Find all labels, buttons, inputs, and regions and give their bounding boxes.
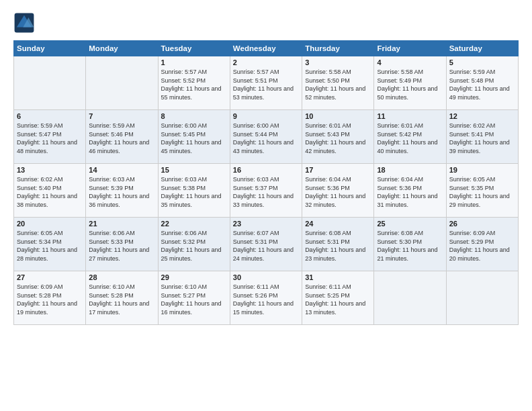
day-cell: 16Sunrise: 6:03 AM Sunset: 5:37 PM Dayli… (230, 164, 302, 218)
day-info: Sunrise: 6:06 AM Sunset: 5:32 PM Dayligh… (161, 229, 227, 263)
day-number: 15 (161, 166, 227, 174)
day-number: 29 (161, 273, 227, 281)
day-info: Sunrise: 6:09 AM Sunset: 5:28 PM Dayligh… (17, 283, 83, 316)
day-info: Sunrise: 6:10 AM Sunset: 5:28 PM Dayligh… (89, 283, 154, 316)
day-number: 12 (449, 112, 515, 120)
day-info: Sunrise: 6:04 AM Sunset: 5:36 PM Dayligh… (377, 175, 443, 209)
day-number: 1 (161, 58, 227, 66)
day-number: 30 (233, 273, 299, 281)
day-cell (86, 56, 158, 110)
day-number: 16 (233, 166, 299, 174)
col-header-thursday: Thursday (302, 41, 374, 56)
day-number: 17 (305, 166, 371, 174)
week-row-1: 1Sunrise: 5:57 AM Sunset: 5:52 PM Daylig… (14, 56, 519, 110)
day-cell: 19Sunrise: 6:05 AM Sunset: 5:35 PM Dayli… (446, 164, 518, 218)
col-header-wednesday: Wednesday (230, 41, 302, 56)
day-number: 7 (89, 112, 154, 120)
day-info: Sunrise: 6:03 AM Sunset: 5:39 PM Dayligh… (89, 175, 154, 209)
day-number: 2 (233, 58, 299, 66)
week-row-5: 27Sunrise: 6:09 AM Sunset: 5:28 PM Dayli… (14, 271, 519, 325)
week-row-2: 6Sunrise: 5:59 AM Sunset: 5:47 PM Daylig… (14, 110, 519, 164)
day-number: 21 (89, 220, 154, 228)
day-cell: 18Sunrise: 6:04 AM Sunset: 5:36 PM Dayli… (374, 164, 446, 218)
week-row-3: 13Sunrise: 6:02 AM Sunset: 5:40 PM Dayli… (14, 164, 519, 218)
day-info: Sunrise: 5:59 AM Sunset: 5:47 PM Dayligh… (17, 122, 83, 155)
day-cell: 25Sunrise: 6:08 AM Sunset: 5:30 PM Dayli… (374, 218, 446, 271)
day-cell: 5Sunrise: 5:59 AM Sunset: 5:48 PM Daylig… (446, 56, 518, 110)
logo-icon (13, 12, 35, 34)
day-info: Sunrise: 5:57 AM Sunset: 5:52 PM Dayligh… (161, 68, 227, 101)
day-cell: 11Sunrise: 6:01 AM Sunset: 5:42 PM Dayli… (374, 110, 446, 164)
col-header-saturday: Saturday (446, 41, 518, 56)
day-cell: 23Sunrise: 6:07 AM Sunset: 5:31 PM Dayli… (230, 218, 302, 271)
day-info: Sunrise: 5:59 AM Sunset: 5:46 PM Dayligh… (89, 122, 154, 155)
day-cell: 6Sunrise: 5:59 AM Sunset: 5:47 PM Daylig… (14, 110, 86, 164)
day-number: 11 (377, 112, 443, 120)
day-number: 10 (305, 112, 371, 120)
week-row-4: 20Sunrise: 6:05 AM Sunset: 5:34 PM Dayli… (14, 218, 519, 271)
day-cell (374, 271, 446, 325)
logo (13, 12, 38, 34)
day-cell: 20Sunrise: 6:05 AM Sunset: 5:34 PM Dayli… (14, 218, 86, 271)
day-number: 26 (449, 220, 515, 228)
day-cell: 13Sunrise: 6:02 AM Sunset: 5:40 PM Dayli… (14, 164, 86, 218)
day-cell: 31Sunrise: 6:11 AM Sunset: 5:25 PM Dayli… (302, 271, 374, 325)
day-cell: 28Sunrise: 6:10 AM Sunset: 5:28 PM Dayli… (86, 271, 158, 325)
day-info: Sunrise: 5:57 AM Sunset: 5:51 PM Dayligh… (233, 68, 299, 101)
day-info: Sunrise: 6:01 AM Sunset: 5:43 PM Dayligh… (305, 122, 371, 155)
day-info: Sunrise: 6:11 AM Sunset: 5:25 PM Dayligh… (305, 283, 371, 316)
col-header-monday: Monday (86, 41, 158, 56)
day-cell: 8Sunrise: 6:00 AM Sunset: 5:45 PM Daylig… (158, 110, 230, 164)
day-info: Sunrise: 6:03 AM Sunset: 5:38 PM Dayligh… (161, 175, 227, 209)
day-info: Sunrise: 6:08 AM Sunset: 5:31 PM Dayligh… (305, 229, 371, 263)
day-cell: 24Sunrise: 6:08 AM Sunset: 5:31 PM Dayli… (302, 218, 374, 271)
day-cell: 12Sunrise: 6:02 AM Sunset: 5:41 PM Dayli… (446, 110, 518, 164)
day-info: Sunrise: 6:08 AM Sunset: 5:30 PM Dayligh… (377, 229, 443, 263)
header (13, 12, 519, 34)
day-number: 8 (161, 112, 227, 120)
col-header-friday: Friday (374, 41, 446, 56)
col-header-sunday: Sunday (14, 41, 86, 56)
day-info: Sunrise: 6:04 AM Sunset: 5:36 PM Dayligh… (305, 175, 371, 209)
day-number: 14 (89, 166, 154, 174)
day-number: 9 (233, 112, 299, 120)
day-info: Sunrise: 6:06 AM Sunset: 5:33 PM Dayligh… (89, 229, 154, 263)
day-cell: 2Sunrise: 5:57 AM Sunset: 5:51 PM Daylig… (230, 56, 302, 110)
day-number: 4 (377, 58, 443, 66)
calendar-table: SundayMondayTuesdayWednesdayThursdayFrid… (13, 40, 519, 325)
day-cell: 27Sunrise: 6:09 AM Sunset: 5:28 PM Dayli… (14, 271, 86, 325)
day-cell: 9Sunrise: 6:00 AM Sunset: 5:44 PM Daylig… (230, 110, 302, 164)
day-cell: 1Sunrise: 5:57 AM Sunset: 5:52 PM Daylig… (158, 56, 230, 110)
day-number: 6 (17, 112, 83, 120)
day-number: 31 (305, 273, 371, 281)
day-cell: 26Sunrise: 6:09 AM Sunset: 5:29 PM Dayli… (446, 218, 518, 271)
day-number: 25 (377, 220, 443, 228)
day-number: 3 (305, 58, 371, 66)
day-info: Sunrise: 6:07 AM Sunset: 5:31 PM Dayligh… (233, 229, 299, 263)
header-row: SundayMondayTuesdayWednesdayThursdayFrid… (14, 41, 519, 56)
day-number: 27 (17, 273, 83, 281)
day-cell: 3Sunrise: 5:58 AM Sunset: 5:50 PM Daylig… (302, 56, 374, 110)
day-cell: 4Sunrise: 5:58 AM Sunset: 5:49 PM Daylig… (374, 56, 446, 110)
day-cell: 30Sunrise: 6:11 AM Sunset: 5:26 PM Dayli… (230, 271, 302, 325)
day-number: 19 (449, 166, 515, 174)
col-header-tuesday: Tuesday (158, 41, 230, 56)
day-cell: 29Sunrise: 6:10 AM Sunset: 5:27 PM Dayli… (158, 271, 230, 325)
day-info: Sunrise: 6:11 AM Sunset: 5:26 PM Dayligh… (233, 283, 299, 316)
day-cell: 22Sunrise: 6:06 AM Sunset: 5:32 PM Dayli… (158, 218, 230, 271)
day-cell (446, 271, 518, 325)
day-info: Sunrise: 6:09 AM Sunset: 5:29 PM Dayligh… (449, 229, 515, 263)
day-cell (14, 56, 86, 110)
day-info: Sunrise: 6:05 AM Sunset: 5:35 PM Dayligh… (449, 175, 515, 209)
day-info: Sunrise: 6:00 AM Sunset: 5:45 PM Dayligh… (161, 122, 227, 155)
day-cell: 10Sunrise: 6:01 AM Sunset: 5:43 PM Dayli… (302, 110, 374, 164)
day-cell: 14Sunrise: 6:03 AM Sunset: 5:39 PM Dayli… (86, 164, 158, 218)
day-cell: 15Sunrise: 6:03 AM Sunset: 5:38 PM Dayli… (158, 164, 230, 218)
day-number: 24 (305, 220, 371, 228)
day-cell: 17Sunrise: 6:04 AM Sunset: 5:36 PM Dayli… (302, 164, 374, 218)
day-info: Sunrise: 6:03 AM Sunset: 5:37 PM Dayligh… (233, 175, 299, 209)
day-info: Sunrise: 5:58 AM Sunset: 5:49 PM Dayligh… (377, 68, 443, 101)
day-number: 23 (233, 220, 299, 228)
day-number: 22 (161, 220, 227, 228)
day-cell: 21Sunrise: 6:06 AM Sunset: 5:33 PM Dayli… (86, 218, 158, 271)
